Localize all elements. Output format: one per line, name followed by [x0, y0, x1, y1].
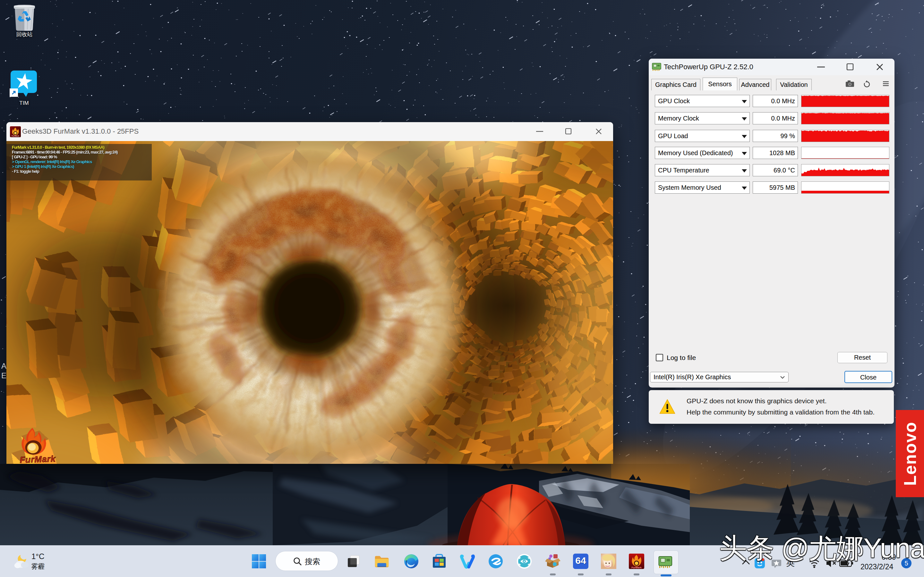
- svg-text:FurMark: FurMark: [632, 566, 642, 569]
- svg-text:FurMark: FurMark: [11, 135, 19, 137]
- svg-text:FurMark: FurMark: [19, 454, 56, 465]
